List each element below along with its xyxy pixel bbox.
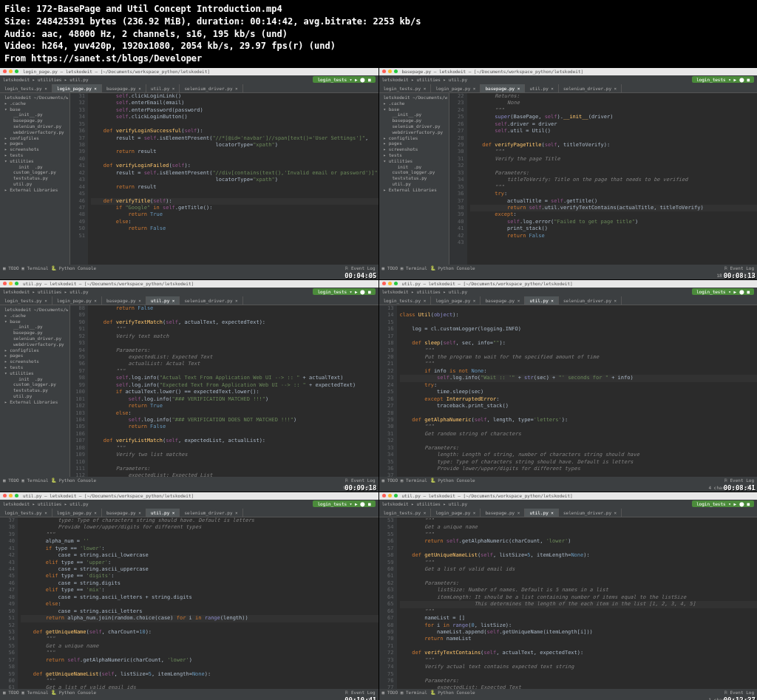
editor-tab[interactable]: login_tests.py × <box>379 509 432 517</box>
tree-item[interactable]: selenium_driver.py <box>1 123 68 129</box>
tree-item[interactable]: ▾ base <box>1 106 68 112</box>
tree-item[interactable]: ▸ External Libraries <box>1 187 68 193</box>
code-content[interactable]: type: Type of characters string should h… <box>18 517 378 689</box>
tree-item[interactable]: custom_logger.py <box>381 169 447 175</box>
editor-tab[interactable]: util.py × <box>525 84 559 92</box>
tree-item[interactable]: teststatus.py <box>381 175 447 181</box>
tool-tabs[interactable]: ▦ TODO ▣ Terminal 🐍 Python Console <box>382 265 475 271</box>
tree-item[interactable]: ▾ base <box>381 106 447 112</box>
close-icon[interactable] <box>382 494 386 497</box>
run-config-button[interactable]: login_tests ▾ ▶ ⬤ ■ <box>313 76 375 83</box>
breadcrumb[interactable]: letskodeit ▸ utilities ▸ util.py <box>3 501 89 506</box>
tree-item[interactable]: webdriverfactory.py <box>381 129 447 135</box>
tree-item[interactable]: __init__.py <box>1 376 68 382</box>
tree-item[interactable]: selenium_driver.py <box>1 336 68 341</box>
tree-item[interactable]: ▸ tests <box>1 364 68 370</box>
tree-item[interactable]: teststatus.py <box>1 175 68 181</box>
code-editor[interactable]: 3738394041424344454647484950515253545556… <box>0 517 378 689</box>
run-config-button[interactable]: login_tests ▾ ▶ ⬤ ■ <box>313 288 375 295</box>
editor-tab[interactable]: util.py × <box>146 296 180 305</box>
tree-item[interactable]: ▸ screenshots <box>381 146 447 152</box>
tool-tabs[interactable]: ▦ TODO ▣ Terminal 🐍 Python Console <box>3 478 96 483</box>
run-config-button[interactable]: login_tests ▾ ▶ ⬤ ■ <box>313 500 375 507</box>
editor-tab[interactable]: basepage.py × <box>481 84 525 92</box>
project-tree[interactable]: letskodeit ~/Documents/work▸ .cache▾ bas… <box>0 93 70 265</box>
editor-tab[interactable]: basepage.py × <box>102 84 146 92</box>
minimize-icon[interactable] <box>388 494 392 497</box>
editor-tab[interactable]: util.py × <box>525 296 559 305</box>
event-log[interactable]: ⎘ Event Log <box>345 690 375 695</box>
editor-tab[interactable]: login_page.py × <box>431 509 481 517</box>
tree-item[interactable]: ▸ External Libraries <box>381 187 447 193</box>
tree-item[interactable]: basepage.py <box>1 118 68 123</box>
editor-tab[interactable]: selenium_driver.py × <box>559 296 622 305</box>
tree-item[interactable]: selenium_driver.py <box>381 123 447 129</box>
tree-item[interactable]: ▾ utilities <box>381 158 447 164</box>
tree-item[interactable]: ▸ .cache <box>1 313 68 319</box>
run-config-button[interactable]: login_tests ▾ ▶ ⬤ ■ <box>692 500 754 507</box>
editor-tab[interactable]: login_tests.py × <box>379 84 432 92</box>
tree-item[interactable]: __init__.py <box>1 324 68 330</box>
tree-item[interactable]: basepage.py <box>1 330 68 336</box>
editor-tab[interactable]: basepage.py × <box>481 296 525 305</box>
tree-item[interactable]: letskodeit ~/Documents/work <box>1 95 68 101</box>
code-editor[interactable]: 8889909192939495969798991001011021031041… <box>70 305 378 477</box>
editor-tab[interactable]: selenium_driver.py × <box>180 296 242 305</box>
run-config-button[interactable]: login_tests ▾ ▶ ⬤ ■ <box>692 288 754 295</box>
minimize-icon[interactable] <box>388 282 392 285</box>
minimize-icon[interactable] <box>9 69 13 73</box>
event-log[interactable]: ⎘ Event Log <box>724 690 754 695</box>
breadcrumb[interactable]: letskodeit ▸ utilities ▸ util.py <box>382 289 468 294</box>
tool-tabs[interactable]: ▦ TODO ▣ Terminal 🐍 Python Console <box>382 478 475 483</box>
maximize-icon[interactable] <box>15 69 18 73</box>
editor-tab[interactable]: selenium_driver.py × <box>180 84 242 92</box>
editor-tab[interactable]: login_page.py × <box>52 509 102 517</box>
editor-tab[interactable]: selenium_driver.py × <box>559 509 622 517</box>
editor-tab[interactable]: basepage.py × <box>102 509 146 517</box>
code-content[interactable]: self.clickLoginLink() self.enterEmail(em… <box>88 93 378 265</box>
editor-tab[interactable]: util.py × <box>146 509 180 517</box>
editor-tab[interactable]: login_page.py × <box>431 296 481 305</box>
tree-item[interactable]: __init__.py <box>381 164 447 170</box>
tree-item[interactable]: ▸ pages <box>1 353 68 359</box>
tree-item[interactable]: ▸ .cache <box>1 101 68 106</box>
tree-item[interactable]: webdriverfactory.py <box>1 129 68 135</box>
code-content[interactable]: Returns: None """ super(BasePage, self).… <box>467 93 758 265</box>
code-content[interactable]: return False def verifyTextMatch(self, a… <box>88 305 378 477</box>
editor-tab[interactable]: login_tests.py × <box>0 84 52 92</box>
code-content[interactable]: class Util(object): log = cl.customLogge… <box>397 305 758 477</box>
maximize-icon[interactable] <box>15 282 18 285</box>
editor-tab[interactable]: selenium_driver.py × <box>559 84 622 92</box>
editor-tab[interactable]: login_page.py × <box>431 84 481 92</box>
event-log[interactable]: ⎘ Event Log <box>724 478 754 483</box>
editor-tab[interactable]: login_page.py × <box>52 296 102 305</box>
tree-item[interactable]: ▸ pages <box>381 140 447 146</box>
tool-tabs[interactable]: ▦ TODO ▣ Terminal 🐍 Python Console <box>3 265 96 271</box>
close-icon[interactable] <box>382 69 386 73</box>
tree-item[interactable]: custom_logger.py <box>1 381 68 387</box>
tool-tabs[interactable]: ▦ TODO ▣ Terminal 🐍 Python Console <box>3 690 96 695</box>
tree-item[interactable]: ▸ screenshots <box>1 359 68 364</box>
close-icon[interactable] <box>3 69 7 73</box>
editor-tab[interactable]: basepage.py × <box>481 509 525 517</box>
tree-item[interactable]: custom_logger.py <box>1 169 68 175</box>
code-editor[interactable]: 5354555657585960616263646566676869707172… <box>379 517 758 689</box>
tree-item[interactable]: ▸ .cache <box>381 101 447 106</box>
maximize-icon[interactable] <box>394 69 398 73</box>
editor-tab[interactable]: login_tests.py × <box>379 296 432 305</box>
tree-item[interactable]: __init__.py <box>1 112 68 118</box>
breadcrumb[interactable]: letskodeit ▸ utilities ▸ util.py <box>382 77 468 82</box>
run-config-button[interactable]: login_tests ▾ ▶ ⬤ ■ <box>692 76 754 83</box>
tree-item[interactable]: letskodeit ~/Documents/work <box>1 307 68 313</box>
tree-item[interactable]: ▸ pages <box>1 140 68 146</box>
editor-tab[interactable]: util.py × <box>525 509 559 517</box>
breadcrumb[interactable]: letskodeit ▸ utilities ▸ util.py <box>3 77 89 82</box>
tree-item[interactable]: __init__.py <box>1 164 68 170</box>
event-log[interactable]: ⎘ Event Log <box>345 265 375 271</box>
event-log[interactable]: ⎘ Event Log <box>345 478 375 483</box>
editor-tab[interactable]: login_tests.py × <box>0 509 52 517</box>
tree-item[interactable]: ▸ screenshots <box>1 146 68 152</box>
tree-item[interactable]: ▸ configfiles <box>381 135 447 141</box>
project-tree[interactable]: letskodeit ~/Documents/work▸ .cache▾ bas… <box>0 305 70 477</box>
code-editor[interactable]: 2223242526272829303132333435363738394041… <box>449 93 758 265</box>
